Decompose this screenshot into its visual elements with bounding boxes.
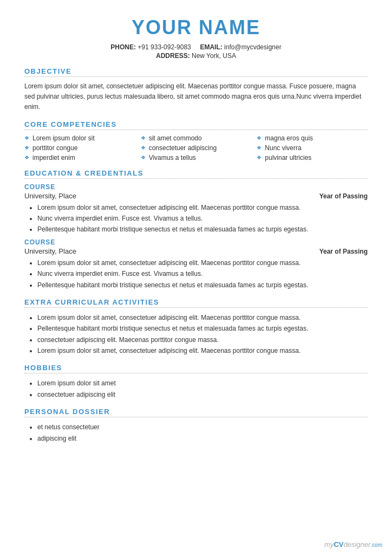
list-item: Pellentesque habitant morbi tristique se… bbox=[37, 224, 368, 235]
header: YOUR NAME PHONE: +91 933-092-9083 EMAIL:… bbox=[24, 16, 368, 60]
competency-item: Vivamus a tellus bbox=[141, 154, 252, 162]
candidate-name: YOUR NAME bbox=[24, 16, 368, 39]
education-divider bbox=[24, 178, 368, 179]
competency-item: porttitor congue bbox=[24, 144, 135, 152]
extracurricular-bullets: Lorem ipsum dolor sit amet, consectetuer… bbox=[24, 312, 368, 357]
personal-dossier-divider bbox=[24, 417, 368, 417]
watermark: myCVdesigner.com bbox=[324, 540, 382, 548]
phone-line: PHONE: +91 933-092-9083 EMAIL: info@mycv… bbox=[24, 43, 368, 51]
email-label: EMAIL: bbox=[200, 43, 222, 51]
hobbies-divider bbox=[24, 373, 368, 373]
phone-value: +91 933-092-9083 bbox=[138, 43, 191, 51]
list-item: Lorem ipsum dolor sit amet bbox=[37, 378, 368, 389]
list-item: Lorem ipsum dolor sit amet, consectetuer… bbox=[37, 345, 368, 356]
list-item: Pellentesque habitant morbi tristique se… bbox=[37, 280, 368, 291]
email-value: info@mycvdesigner bbox=[224, 43, 282, 51]
list-item: Lorem ipsum dolor sit amet, consectetuer… bbox=[37, 257, 368, 268]
extracurricular-section: EXTRA CURRICULAR ACTIVITIES Lorem ipsum … bbox=[24, 298, 368, 357]
course-label-1: COURSE bbox=[24, 183, 368, 191]
phone-label: PHONE: bbox=[110, 43, 136, 51]
core-competencies-section: CORE COMPETENCIES Lorem ipsum dolor sit … bbox=[24, 120, 368, 162]
address-value: New York, USA bbox=[192, 52, 236, 60]
watermark-cv: CV bbox=[334, 540, 343, 548]
competency-item: Nunc viverra bbox=[257, 144, 368, 152]
core-competencies-divider bbox=[24, 130, 368, 130]
personal-dossier-bullets: et netus consectetuer adipiscing elit bbox=[24, 422, 368, 444]
watermark-my: my bbox=[324, 540, 334, 548]
address-line: ADDRESS: New York, USA bbox=[24, 52, 368, 60]
education-entry-2: COURSE University, Place Year of Passing… bbox=[24, 238, 368, 291]
watermark-designer: designer bbox=[343, 540, 370, 548]
education-title: EDUCATION & CREDENTIALS bbox=[24, 169, 368, 177]
education-bullets-2: Lorem ipsum dolor sit amet, consectetuer… bbox=[24, 257, 368, 291]
competency-item: magna eros quis bbox=[257, 134, 368, 142]
university-row-2: University, Place Year of Passing bbox=[24, 247, 368, 255]
competency-item: consectetuer adipiscing bbox=[141, 144, 252, 152]
university-name-2: University, Place bbox=[24, 247, 76, 255]
education-section: EDUCATION & CREDENTIALS COURSE Universit… bbox=[24, 169, 368, 291]
competency-item: Lorem ipsum dolor sit bbox=[24, 134, 135, 142]
objective-title: OBJECTIVE bbox=[24, 67, 368, 75]
education-bullets-1: Lorem ipsum dolor sit amet, consectetuer… bbox=[24, 202, 368, 235]
extracurricular-title: EXTRA CURRICULAR ACTIVITIES bbox=[24, 298, 368, 306]
list-item: Nunc viverra imperdiet enim. Fusce est. … bbox=[37, 213, 368, 224]
list-item: Nunc viverra imperdiet enim. Fusce est. … bbox=[37, 268, 368, 279]
list-item: et netus consectetuer bbox=[37, 422, 368, 433]
hobbies-title: HOBBIES bbox=[24, 364, 368, 372]
objective-section: OBJECTIVE Lorem ipsum dolor sit amet, co… bbox=[24, 67, 368, 113]
university-name-1: University, Place bbox=[24, 192, 76, 200]
list-item: adipiscing elit bbox=[37, 433, 368, 444]
list-item: Lorem ipsum dolor sit amet, consectetuer… bbox=[37, 312, 368, 323]
competency-item: sit amet commodo bbox=[141, 134, 252, 142]
resume-page: YOUR NAME PHONE: +91 933-092-9083 EMAIL:… bbox=[0, 0, 392, 555]
education-entry-1: COURSE University, Place Year of Passing… bbox=[24, 183, 368, 235]
competencies-grid: Lorem ipsum dolor sit sit amet commodo m… bbox=[24, 134, 368, 162]
hobbies-bullets: Lorem ipsum dolor sit amet consectetuer … bbox=[24, 378, 368, 400]
competency-item: pulvinar ultricies bbox=[257, 154, 368, 162]
core-competencies-title: CORE COMPETENCIES bbox=[24, 120, 368, 128]
watermark-dotcom: .com bbox=[370, 542, 382, 548]
list-item: Lorem ipsum dolor sit amet, consectetuer… bbox=[37, 202, 368, 213]
objective-text: Lorem ipsum dolor sit amet, consectetuer… bbox=[24, 81, 368, 113]
objective-divider bbox=[24, 76, 368, 77]
address-label: ADDRESS: bbox=[156, 52, 190, 60]
year-passing-2: Year of Passing bbox=[319, 248, 368, 255]
personal-dossier-title: PERSONAL DOSSIER bbox=[24, 408, 368, 416]
list-item: consectetuer adipiscing elit. Maecenas p… bbox=[37, 334, 368, 345]
list-item: consectetuer adipiscing elit bbox=[37, 389, 368, 400]
personal-dossier-section: PERSONAL DOSSIER et netus consectetuer a… bbox=[24, 408, 368, 444]
course-label-2: COURSE bbox=[24, 238, 368, 246]
year-passing-1: Year of Passing bbox=[319, 192, 368, 200]
university-row-1: University, Place Year of Passing bbox=[24, 192, 368, 200]
extracurricular-divider bbox=[24, 307, 368, 308]
competency-item: imperdiet enim bbox=[24, 154, 135, 162]
hobbies-section: HOBBIES Lorem ipsum dolor sit amet conse… bbox=[24, 364, 368, 400]
list-item: Pellentesque habitant morbi tristique se… bbox=[37, 323, 368, 334]
